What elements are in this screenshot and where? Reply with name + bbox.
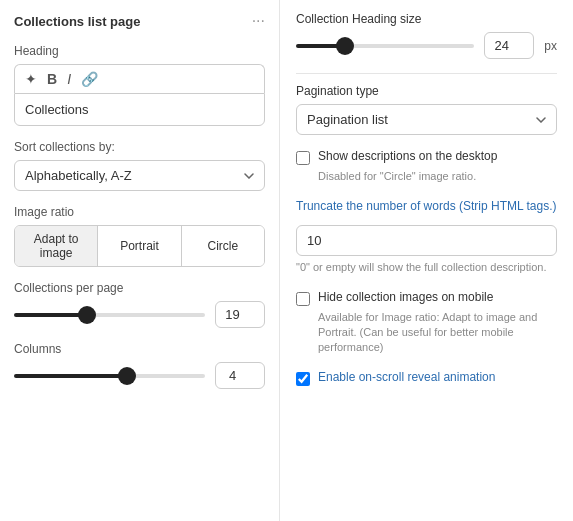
show-descriptions-section: Show descriptions on the desktop Disable… bbox=[296, 149, 557, 184]
pagination-label: Pagination type bbox=[296, 84, 557, 98]
heading-size-label: Collection Heading size bbox=[296, 12, 557, 26]
per-page-row bbox=[14, 301, 265, 328]
heading-section: Heading ✦ B I 🔗 bbox=[14, 44, 265, 126]
heading-size-slider-container bbox=[296, 36, 474, 56]
columns-row bbox=[14, 362, 265, 389]
image-ratio-label: Image ratio bbox=[14, 205, 265, 219]
panel-header: Collections list page ··· bbox=[14, 12, 265, 30]
on-scroll-label: Enable on-scroll reveal animation bbox=[318, 370, 495, 384]
columns-slider-container bbox=[14, 366, 205, 386]
truncate-label: Truncate the number of words (Strip HTML… bbox=[296, 198, 557, 215]
heading-input[interactable] bbox=[14, 93, 265, 126]
per-page-section: Collections per page bbox=[14, 281, 265, 328]
panel-title: Collections list page bbox=[14, 14, 140, 29]
columns-label: Columns bbox=[14, 342, 265, 356]
heading-toolbar: ✦ B I 🔗 bbox=[14, 64, 265, 93]
sort-label: Sort collections by: bbox=[14, 140, 265, 154]
show-descriptions-checkbox[interactable] bbox=[296, 151, 310, 165]
per-page-slider-container bbox=[14, 305, 205, 325]
pagination-section: Pagination type Pagination list Load mor… bbox=[296, 84, 557, 135]
truncate-input[interactable] bbox=[296, 225, 557, 256]
heading-size-slider[interactable] bbox=[296, 44, 474, 48]
show-descriptions-row: Show descriptions on the desktop bbox=[296, 149, 557, 165]
on-scroll-checkbox[interactable] bbox=[296, 372, 310, 386]
truncate-hint: "0" or empty will show the full collecti… bbox=[296, 260, 557, 275]
bold-icon[interactable]: B bbox=[47, 71, 57, 87]
ratio-circle[interactable]: Circle bbox=[182, 226, 264, 266]
ratio-adapt[interactable]: Adapt to image bbox=[15, 226, 98, 266]
image-ratio-group: Adapt to image Portrait Circle bbox=[14, 225, 265, 267]
italic-icon[interactable]: I bbox=[67, 71, 71, 87]
heading-size-section: Collection Heading size px bbox=[296, 12, 557, 59]
pagination-select-wrap: Pagination list Load more button Infinit… bbox=[296, 104, 557, 135]
hide-images-row: Hide collection images on mobile bbox=[296, 290, 557, 306]
columns-slider[interactable] bbox=[14, 374, 205, 378]
hide-images-sublabel: Available for Image ratio: Adapt to imag… bbox=[318, 310, 557, 356]
right-panel: Collection Heading size px Pagination ty… bbox=[280, 0, 573, 521]
columns-section: Columns bbox=[14, 342, 265, 389]
link-icon[interactable]: 🔗 bbox=[81, 71, 98, 87]
show-descriptions-label: Show descriptions on the desktop bbox=[318, 149, 497, 163]
columns-input[interactable] bbox=[215, 362, 265, 389]
on-scroll-section: Enable on-scroll reveal animation bbox=[296, 370, 557, 386]
on-scroll-row: Enable on-scroll reveal animation bbox=[296, 370, 557, 386]
sort-section: Sort collections by: Alphabetically, A-Z… bbox=[14, 140, 265, 191]
hide-images-section: Hide collection images on mobile Availab… bbox=[296, 290, 557, 356]
heading-size-row: px bbox=[296, 32, 557, 59]
heading-size-input[interactable] bbox=[484, 32, 534, 59]
hide-images-label: Hide collection images on mobile bbox=[318, 290, 493, 304]
per-page-label: Collections per page bbox=[14, 281, 265, 295]
more-options-icon[interactable]: ··· bbox=[252, 12, 265, 30]
image-ratio-section: Image ratio Adapt to image Portrait Circ… bbox=[14, 205, 265, 267]
per-page-input[interactable] bbox=[215, 301, 265, 328]
per-page-slider[interactable] bbox=[14, 313, 205, 317]
divider-1 bbox=[296, 73, 557, 74]
show-descriptions-sublabel: Disabled for "Circle" image ratio. bbox=[318, 169, 557, 184]
truncate-section: Truncate the number of words (Strip HTML… bbox=[296, 198, 557, 275]
magic-icon[interactable]: ✦ bbox=[25, 71, 37, 87]
left-panel: Collections list page ··· Heading ✦ B I … bbox=[0, 0, 280, 521]
px-label: px bbox=[544, 39, 557, 53]
hide-images-checkbox[interactable] bbox=[296, 292, 310, 306]
ratio-portrait[interactable]: Portrait bbox=[98, 226, 181, 266]
heading-label: Heading bbox=[14, 44, 265, 58]
sort-select[interactable]: Alphabetically, A-Z Alphabetically, Z-A … bbox=[14, 160, 265, 191]
pagination-select[interactable]: Pagination list Load more button Infinit… bbox=[296, 104, 557, 135]
